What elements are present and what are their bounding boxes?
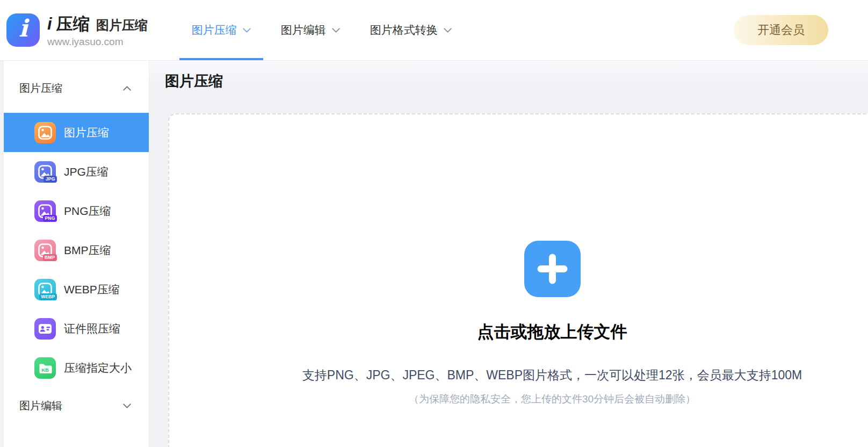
top-header: i i 压缩 图片压缩 www.iyasuo.com 图片压缩 图片编辑 图片格… [0, 0, 868, 61]
nav-tab-format-convert[interactable]: 图片格式转换 [355, 0, 467, 60]
nav-tab-image-compress[interactable]: 图片压缩 [177, 0, 266, 60]
bmp-compress-icon: BMP [34, 240, 56, 261]
sidebar-item-bmp-compress[interactable]: BMP BMP压缩 [4, 230, 149, 270]
sidebar-item-png-compress[interactable]: PNG PNG压缩 [4, 191, 149, 230]
sidebar-item-jpg-compress[interactable]: JPG JPG压缩 [4, 152, 149, 191]
sidebar-section-label: 图片编辑 [19, 399, 62, 413]
nav-tab-image-edit[interactable]: 图片编辑 [266, 0, 355, 60]
main-nav: 图片压缩 图片编辑 图片格式转换 [177, 0, 467, 60]
sidebar-section-image-edit[interactable]: 图片编辑 [4, 390, 149, 421]
sidebar-item-image-compress[interactable]: 图片压缩 [4, 113, 149, 152]
brand-logo-icon: i [6, 13, 40, 47]
membership-button[interactable]: 开通会员 [734, 15, 828, 45]
sidebar-item-id-photo-compress[interactable]: 证件照压缩 [4, 309, 149, 348]
upload-support-text: 支持PNG、JPG、JPEG、BMP、WEBP图片格式，一次可以处理12张，会员… [302, 367, 802, 384]
format-badge: BMP [43, 254, 57, 261]
image-compress-icon [34, 122, 56, 143]
sidebar-item-label: BMP压缩 [64, 243, 111, 258]
compress-to-size-icon: KB [34, 357, 56, 379]
sidebar-item-label: 压缩指定大小 [64, 361, 132, 376]
brand-text: i 压缩 图片压缩 www.iyasuo.com [47, 13, 148, 48]
webp-compress-icon: WEBP [34, 279, 56, 300]
nav-tab-label: 图片格式转换 [370, 23, 438, 38]
upload-privacy-text: （为保障您的隐私安全，您上传的文件30分钟后会被自动删除） [409, 392, 696, 406]
plus-icon [524, 241, 581, 297]
brand-url: www.iyasuo.com [47, 36, 148, 48]
nav-tab-label: 图片压缩 [192, 23, 237, 38]
logo-letter: i [19, 17, 28, 40]
format-badge: PNG [43, 215, 57, 222]
svg-text:KB: KB [41, 367, 49, 373]
upload-heading: 点击或拖放上传文件 [478, 321, 627, 343]
brand-mark: i [47, 15, 52, 34]
sidebar-item-label: PNG压缩 [64, 204, 111, 219]
chevron-up-icon [123, 86, 131, 91]
format-badge: WEBP [39, 293, 57, 300]
brand-logo-link[interactable]: i i 压缩 图片压缩 www.iyasuo.com [6, 13, 148, 48]
sidebar-section-label: 图片压缩 [19, 81, 62, 96]
png-compress-icon: PNG [34, 200, 56, 222]
format-badge: JPG [44, 176, 57, 183]
id-photo-compress-icon [34, 318, 56, 340]
brand-name: 压缩 [56, 13, 90, 35]
sidebar-item-label: 图片压缩 [64, 125, 109, 140]
sidebar-item-label: JPG压缩 [64, 164, 108, 179]
sidebar-item-webp-compress[interactable]: WEBP WEBP压缩 [4, 270, 149, 309]
sidebar-item-label: WEBP压缩 [64, 282, 120, 297]
jpg-compress-icon: JPG [34, 161, 56, 183]
sidebar: 图片压缩 图片压缩 JPG JPG压缩 PNG PNG压缩 [4, 61, 149, 447]
add-files-button[interactable] [524, 241, 581, 297]
sidebar-section-image-compress[interactable]: 图片压缩 [4, 73, 149, 104]
chevron-down-icon [444, 28, 452, 33]
chevron-down-icon [243, 28, 251, 33]
sidebar-item-compress-to-size[interactable]: KB 压缩指定大小 [4, 348, 149, 387]
chevron-down-icon [123, 403, 131, 408]
nav-tab-label: 图片编辑 [281, 23, 326, 38]
brand-tagline: 图片压缩 [96, 17, 148, 34]
page-title: 图片压缩 [165, 71, 868, 91]
main-content: 图片压缩 点击或拖放上传文件 支持PNG、JPG、JPEG、BMP、WEBP图片… [149, 61, 868, 447]
upload-dropzone[interactable]: 点击或拖放上传文件 支持PNG、JPG、JPEG、BMP、WEBP图片格式，一次… [168, 113, 868, 447]
sidebar-item-label: 证件照压缩 [64, 321, 120, 336]
chevron-down-icon [332, 28, 340, 33]
sidebar-item-list: 图片压缩 JPG JPG压缩 PNG PNG压缩 BMP BMP压缩 [4, 113, 149, 387]
